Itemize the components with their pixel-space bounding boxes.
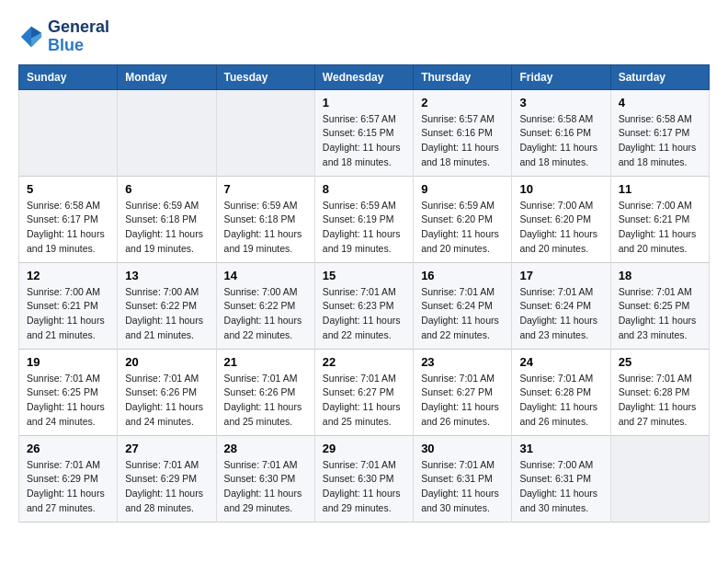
- day-number: 21: [224, 355, 307, 369]
- sunset-time: Sunset: 6:26 PM: [224, 386, 296, 397]
- sunset-time: Sunset: 6:28 PM: [619, 386, 690, 397]
- day-number: 12: [27, 269, 109, 282]
- day-number: 28: [224, 442, 307, 455]
- daylight-hours: Daylight: 11 hours and 29 minutes.: [224, 488, 302, 513]
- sunrise-time: Sunrise: 7:00 AM: [224, 286, 298, 297]
- calendar-cell: 15 Sunrise: 7:01 AM Sunset: 6:23 PM Dayl…: [314, 262, 413, 349]
- weekday-header-wednesday: Wednesday: [314, 64, 413, 89]
- day-info: Sunrise: 7:01 AM Sunset: 6:30 PM Dayligh…: [224, 458, 307, 516]
- sunrise-time: Sunrise: 7:01 AM: [421, 286, 495, 297]
- daylight-hours: Daylight: 11 hours and 26 minutes.: [519, 401, 597, 427]
- daylight-hours: Daylight: 11 hours and 18 minutes.: [519, 142, 597, 167]
- day-info: Sunrise: 7:00 AM Sunset: 6:20 PM Dayligh…: [519, 199, 602, 257]
- day-number: 6: [125, 182, 208, 196]
- calendar-cell: [216, 89, 314, 176]
- day-info: Sunrise: 7:01 AM Sunset: 6:28 PM Dayligh…: [619, 372, 701, 430]
- calendar-cell: [610, 435, 709, 522]
- day-info: Sunrise: 6:57 AM Sunset: 6:15 PM Dayligh…: [323, 112, 405, 170]
- calendar-cell: 2 Sunrise: 6:57 AM Sunset: 6:16 PM Dayli…: [414, 89, 512, 176]
- calendar-cell: 14 Sunrise: 7:00 AM Sunset: 6:22 PM Dayl…: [216, 262, 314, 349]
- sunset-time: Sunset: 6:19 PM: [323, 213, 394, 224]
- day-info: Sunrise: 6:59 AM Sunset: 6:19 PM Dayligh…: [323, 199, 405, 257]
- calendar-week-row: 1 Sunrise: 6:57 AM Sunset: 6:15 PM Dayli…: [19, 89, 710, 176]
- day-info: Sunrise: 7:00 AM Sunset: 6:21 PM Dayligh…: [619, 199, 701, 257]
- day-info: Sunrise: 7:01 AM Sunset: 6:31 PM Dayligh…: [421, 458, 504, 516]
- sunrise-time: Sunrise: 7:01 AM: [125, 373, 199, 384]
- weekday-header-row: SundayMondayTuesdayWednesdayThursdayFrid…: [19, 64, 710, 89]
- calendar-cell: 12 Sunrise: 7:00 AM Sunset: 6:21 PM Dayl…: [19, 262, 118, 349]
- calendar-cell: 16 Sunrise: 7:01 AM Sunset: 6:24 PM Dayl…: [414, 262, 512, 349]
- sunrise-time: Sunrise: 7:01 AM: [27, 459, 100, 470]
- sunrise-time: Sunrise: 7:01 AM: [619, 373, 692, 384]
- sunrise-time: Sunrise: 6:59 AM: [224, 200, 298, 211]
- logo-icon: [18, 24, 44, 50]
- sunset-time: Sunset: 6:18 PM: [125, 213, 197, 224]
- day-info: Sunrise: 7:01 AM Sunset: 6:27 PM Dayligh…: [323, 372, 405, 430]
- sunset-time: Sunset: 6:22 PM: [125, 300, 197, 311]
- day-info: Sunrise: 7:01 AM Sunset: 6:25 PM Dayligh…: [27, 372, 109, 430]
- daylight-hours: Daylight: 11 hours and 20 minutes.: [619, 228, 697, 254]
- calendar-cell: 3 Sunrise: 6:58 AM Sunset: 6:16 PM Dayli…: [512, 89, 610, 176]
- day-info: Sunrise: 7:01 AM Sunset: 6:28 PM Dayligh…: [519, 372, 602, 430]
- logo-text: General Blue: [48, 18, 109, 55]
- sunset-time: Sunset: 6:30 PM: [323, 473, 394, 484]
- day-info: Sunrise: 7:00 AM Sunset: 6:21 PM Dayligh…: [27, 285, 109, 343]
- logo: General Blue: [18, 18, 109, 55]
- day-info: Sunrise: 6:59 AM Sunset: 6:20 PM Dayligh…: [421, 199, 504, 257]
- sunset-time: Sunset: 6:28 PM: [519, 386, 591, 397]
- day-number: 16: [421, 269, 504, 282]
- sunrise-time: Sunrise: 6:58 AM: [519, 113, 593, 124]
- day-number: 19: [27, 355, 109, 369]
- daylight-hours: Daylight: 11 hours and 22 minutes.: [421, 315, 499, 340]
- day-number: 29: [323, 442, 405, 455]
- day-number: 17: [519, 269, 602, 282]
- sunrise-time: Sunrise: 6:59 AM: [323, 200, 396, 211]
- calendar-cell: 25 Sunrise: 7:01 AM Sunset: 6:28 PM Dayl…: [610, 349, 709, 435]
- day-info: Sunrise: 7:01 AM Sunset: 6:23 PM Dayligh…: [323, 285, 405, 343]
- daylight-hours: Daylight: 11 hours and 21 minutes.: [27, 315, 105, 340]
- daylight-hours: Daylight: 11 hours and 27 minutes.: [27, 488, 105, 513]
- sunset-time: Sunset: 6:17 PM: [27, 213, 98, 224]
- daylight-hours: Daylight: 11 hours and 19 minutes.: [323, 228, 401, 254]
- day-number: 4: [619, 96, 701, 109]
- calendar-cell: 10 Sunrise: 7:00 AM Sunset: 6:20 PM Dayl…: [512, 176, 610, 262]
- daylight-hours: Daylight: 11 hours and 24 minutes.: [125, 401, 203, 427]
- daylight-hours: Daylight: 11 hours and 18 minutes.: [421, 142, 499, 167]
- daylight-hours: Daylight: 11 hours and 25 minutes.: [323, 401, 401, 427]
- daylight-hours: Daylight: 11 hours and 26 minutes.: [421, 401, 499, 427]
- day-number: 14: [224, 269, 307, 282]
- sunset-time: Sunset: 6:22 PM: [224, 300, 296, 311]
- day-number: 3: [519, 96, 602, 109]
- calendar-week-row: 19 Sunrise: 7:01 AM Sunset: 6:25 PM Dayl…: [19, 349, 710, 435]
- daylight-hours: Daylight: 11 hours and 29 minutes.: [323, 488, 401, 513]
- daylight-hours: Daylight: 11 hours and 21 minutes.: [125, 315, 203, 340]
- calendar-week-row: 26 Sunrise: 7:01 AM Sunset: 6:29 PM Dayl…: [19, 435, 710, 522]
- sunrise-time: Sunrise: 7:01 AM: [421, 459, 495, 470]
- day-number: 1: [323, 96, 405, 109]
- sunset-time: Sunset: 6:23 PM: [323, 300, 394, 311]
- day-info: Sunrise: 7:01 AM Sunset: 6:24 PM Dayligh…: [519, 285, 602, 343]
- weekday-header-monday: Monday: [118, 64, 216, 89]
- day-number: 5: [27, 182, 109, 196]
- daylight-hours: Daylight: 11 hours and 20 minutes.: [519, 228, 597, 254]
- day-info: Sunrise: 7:01 AM Sunset: 6:29 PM Dayligh…: [27, 458, 109, 516]
- calendar-cell: [19, 89, 118, 176]
- sunrise-time: Sunrise: 7:01 AM: [323, 373, 396, 384]
- calendar-cell: 6 Sunrise: 6:59 AM Sunset: 6:18 PM Dayli…: [118, 176, 216, 262]
- calendar-cell: 4 Sunrise: 6:58 AM Sunset: 6:17 PM Dayli…: [610, 89, 709, 176]
- day-info: Sunrise: 6:57 AM Sunset: 6:16 PM Dayligh…: [421, 112, 504, 170]
- sunrise-time: Sunrise: 7:01 AM: [519, 286, 593, 297]
- sunset-time: Sunset: 6:25 PM: [619, 300, 690, 311]
- day-number: 24: [519, 355, 602, 369]
- daylight-hours: Daylight: 11 hours and 27 minutes.: [619, 401, 697, 427]
- sunrise-time: Sunrise: 7:01 AM: [421, 373, 495, 384]
- sunset-time: Sunset: 6:17 PM: [619, 127, 690, 138]
- calendar-cell: 31 Sunrise: 7:00 AM Sunset: 6:31 PM Dayl…: [512, 435, 610, 522]
- sunrise-time: Sunrise: 6:58 AM: [27, 200, 100, 211]
- sunset-time: Sunset: 6:31 PM: [519, 473, 591, 484]
- calendar-cell: 18 Sunrise: 7:01 AM Sunset: 6:25 PM Dayl…: [610, 262, 709, 349]
- day-number: 22: [323, 355, 405, 369]
- sunset-time: Sunset: 6:16 PM: [421, 127, 493, 138]
- day-info: Sunrise: 7:01 AM Sunset: 6:30 PM Dayligh…: [323, 458, 405, 516]
- day-info: Sunrise: 7:01 AM Sunset: 6:29 PM Dayligh…: [125, 458, 208, 516]
